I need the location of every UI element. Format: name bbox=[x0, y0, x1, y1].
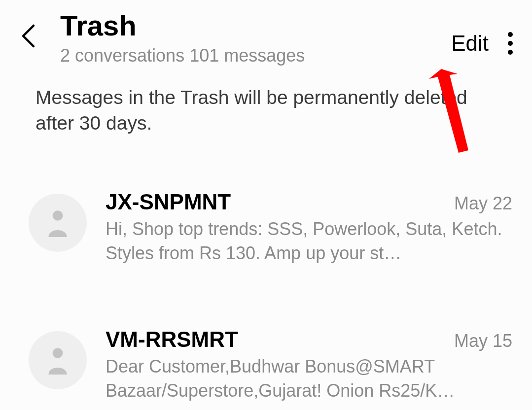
conversation-item[interactable]: JX-SNPMNT May 22 Hi, Shop top trends: SS… bbox=[0, 181, 532, 274]
svg-point-2 bbox=[508, 50, 513, 55]
conversation-date: May 15 bbox=[454, 331, 512, 351]
avatar bbox=[29, 331, 87, 389]
conversation-top-row: JX-SNPMNT May 22 bbox=[106, 190, 512, 214]
conversation-date: May 22 bbox=[454, 193, 512, 214]
person-icon bbox=[45, 346, 70, 375]
back-button[interactable] bbox=[15, 19, 40, 53]
title-block: Trash 2 conversations 101 messages bbox=[60, 10, 451, 66]
sender-name: VM-RRSMRT bbox=[106, 327, 238, 352]
svg-point-1 bbox=[508, 41, 513, 46]
dots-vertical-icon bbox=[507, 32, 513, 55]
more-options-button[interactable] bbox=[503, 28, 517, 59]
svg-point-0 bbox=[508, 32, 513, 37]
conversation-list: JX-SNPMNT May 22 Hi, Shop top trends: SS… bbox=[0, 151, 532, 410]
conversation-content: VM-RRSMRT May 15 Dear Customer,Budhwar B… bbox=[106, 327, 512, 403]
person-icon bbox=[45, 208, 70, 237]
conversation-content: JX-SNPMNT May 22 Hi, Shop top trends: SS… bbox=[106, 190, 512, 265]
sender-name: JX-SNPMNT bbox=[106, 190, 231, 214]
chevron-left-icon bbox=[19, 23, 36, 49]
app-header: Trash 2 conversations 101 messages Edit bbox=[0, 0, 532, 71]
page-subtitle: 2 conversations 101 messages bbox=[60, 45, 451, 66]
conversation-item[interactable]: VM-RRSMRT May 15 Dear Customer,Budhwar B… bbox=[0, 318, 532, 410]
conversation-top-row: VM-RRSMRT May 15 bbox=[106, 327, 512, 352]
svg-point-3 bbox=[53, 210, 63, 221]
page-title: Trash bbox=[60, 10, 451, 41]
svg-point-4 bbox=[53, 348, 63, 358]
edit-button[interactable]: Edit bbox=[451, 31, 489, 56]
header-actions: Edit bbox=[451, 28, 517, 59]
message-preview: Dear Customer,Budhwar Bonus@SMART Bazaar… bbox=[106, 355, 512, 403]
message-preview: Hi, Shop top trends: SSS, Powerlook, Sut… bbox=[106, 217, 512, 265]
retention-notice: Messages in the Trash will be permanentl… bbox=[0, 71, 532, 151]
avatar bbox=[29, 194, 87, 252]
